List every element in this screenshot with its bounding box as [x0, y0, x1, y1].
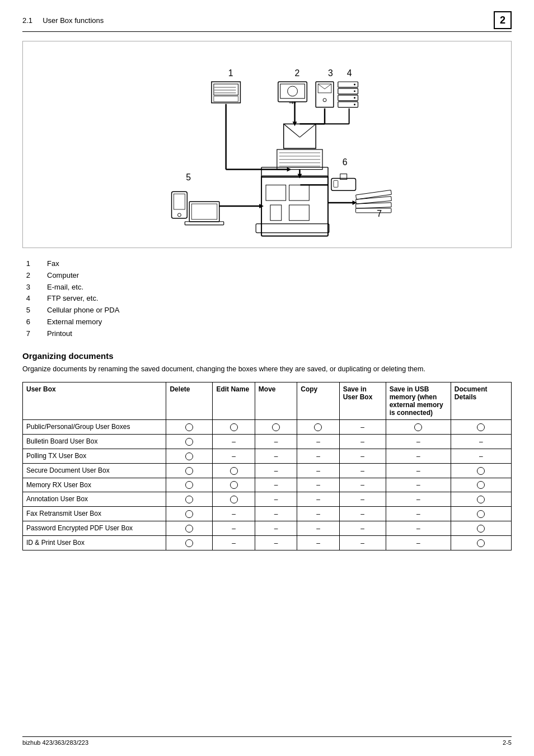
table-cell: – — [297, 463, 339, 478]
circle-icon — [230, 481, 238, 489]
dash-mark: – — [360, 525, 364, 533]
dash-mark: – — [360, 423, 364, 431]
section-label: 2.1 User Box functions — [22, 16, 104, 25]
table-cell: – — [339, 507, 386, 521]
table-cell: – — [255, 535, 297, 550]
table-cell: Public/Personal/Group User Boxes — [23, 420, 166, 435]
table-cell — [213, 492, 255, 507]
svg-rect-42 — [266, 185, 286, 200]
svg-text:4: 4 — [347, 68, 352, 78]
svg-marker-74 — [353, 200, 357, 205]
table-cell — [213, 420, 255, 435]
dash-mark: – — [360, 510, 364, 518]
dash-mark: – — [416, 481, 420, 489]
dash-mark: – — [479, 452, 483, 460]
dash-mark: – — [360, 438, 364, 446]
circle-icon — [230, 496, 238, 503]
table-cell: – — [386, 449, 451, 463]
table-row: Bulletin Board User Box–––––– — [23, 435, 512, 449]
th-editname: Edit Name — [213, 382, 255, 420]
dash-mark: – — [479, 438, 483, 446]
table-row: Public/Personal/Group User Boxes– — [23, 420, 512, 435]
table-cell: Fax Retransmit User Box — [23, 507, 166, 521]
table-cell: Polling TX User Box — [23, 449, 166, 463]
svg-point-27 — [354, 83, 355, 85]
table-row: Annotation User Box–––– — [23, 492, 512, 507]
table-cell — [166, 492, 213, 507]
svg-rect-12 — [214, 96, 238, 102]
dash-mark: – — [360, 452, 364, 460]
table-cell: – — [213, 507, 255, 521]
table-cell: – — [339, 492, 386, 507]
table-cell — [166, 507, 213, 521]
circle-icon — [185, 496, 193, 503]
table-cell: – — [255, 435, 297, 449]
dash-mark: – — [316, 481, 320, 489]
table-cell — [166, 535, 213, 550]
dash-mark: – — [274, 452, 278, 460]
page-header: 2.1 User Box functions 2 — [22, 11, 512, 32]
organizing-desc: Organize documents by renaming the saved… — [22, 364, 512, 375]
circle-icon — [477, 481, 485, 489]
svg-point-49 — [177, 213, 181, 217]
page-number: 2-5 — [503, 739, 512, 746]
dash-mark: – — [360, 481, 364, 489]
th-move: Move — [255, 382, 297, 420]
svg-point-15 — [288, 86, 298, 96]
svg-rect-51 — [191, 204, 217, 220]
svg-point-30 — [354, 104, 355, 105]
circle-icon — [185, 438, 193, 446]
legend-item: 7Printout — [22, 328, 512, 340]
table-row: Polling TX User Box–––––– — [23, 449, 512, 463]
table-cell: – — [213, 521, 255, 536]
table-cell: – — [297, 535, 339, 550]
table-cell — [213, 478, 255, 492]
table-cell: – — [297, 492, 339, 507]
dash-mark: – — [316, 496, 320, 503]
table-cell: – — [255, 521, 297, 536]
circle-icon — [477, 496, 485, 503]
svg-rect-48 — [174, 194, 185, 209]
table-cell: – — [213, 535, 255, 550]
dash-mark: – — [232, 452, 236, 460]
dash-mark: – — [274, 539, 278, 547]
dash-mark: – — [232, 525, 236, 533]
table-cell: – — [213, 435, 255, 449]
svg-rect-50 — [189, 202, 219, 222]
table-cell — [297, 420, 339, 435]
table-cell: – — [255, 478, 297, 492]
svg-rect-43 — [270, 205, 282, 221]
table-cell — [166, 521, 213, 536]
dash-mark: – — [416, 539, 420, 547]
table-cell: – — [339, 449, 386, 463]
th-copy: Copy — [297, 382, 339, 420]
svg-text:2: 2 — [295, 68, 300, 78]
dash-mark: – — [274, 467, 278, 475]
table-cell: – — [213, 449, 255, 463]
table-cell: Memory RX User Box — [23, 478, 166, 492]
table-cell: – — [339, 435, 386, 449]
table-cell: Bulletin Board User Box — [23, 435, 166, 449]
svg-rect-58 — [356, 203, 392, 208]
table-cell: – — [386, 435, 451, 449]
svg-rect-55 — [334, 180, 338, 187]
dash-mark: – — [360, 467, 364, 475]
table-row: Memory RX User Box–––– — [23, 478, 512, 492]
table-cell: – — [451, 435, 511, 449]
svg-text:7: 7 — [377, 209, 382, 218]
svg-line-20 — [318, 84, 325, 89]
svg-rect-53 — [331, 178, 356, 190]
dash-mark: – — [360, 496, 364, 503]
dash-mark: – — [416, 496, 420, 503]
table-cell — [451, 535, 511, 550]
circle-icon — [185, 452, 193, 460]
dash-mark: – — [316, 510, 320, 518]
table-cell: – — [339, 463, 386, 478]
th-savein: Save in User Box — [339, 382, 386, 420]
dash-mark: – — [274, 481, 278, 489]
table-cell: – — [386, 492, 451, 507]
th-saveusb: Save in USB memory (when external memory… — [386, 382, 451, 420]
organizing-title: Organizing documents — [22, 351, 512, 361]
dash-mark: – — [316, 539, 320, 547]
svg-rect-44 — [289, 185, 310, 200]
